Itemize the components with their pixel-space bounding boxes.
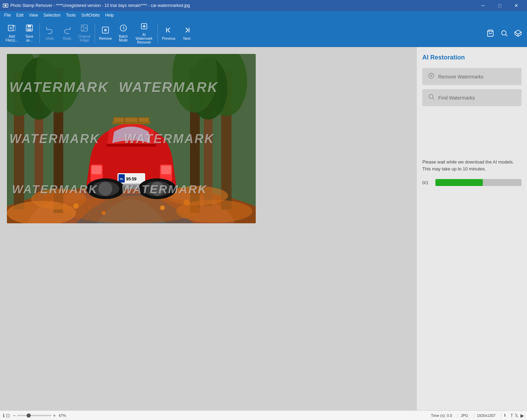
3d-info-button[interactable] <box>512 27 524 39</box>
svg-rect-46 <box>106 144 156 147</box>
save-icon <box>25 24 34 34</box>
menu-edit[interactable]: Edit <box>13 12 26 18</box>
next-icon <box>183 26 191 36</box>
status-info-icon[interactable]: ℹ <box>501 413 508 418</box>
zoom-out-button[interactable]: − <box>13 413 16 418</box>
twitter-icon[interactable]: 𝕏 <box>515 413 518 418</box>
maximize-button[interactable]: □ <box>492 0 508 11</box>
zoom-value: 47% <box>58 413 66 418</box>
format-label: JPG <box>458 413 471 418</box>
right-panel: AI Restoration Remove Watermarks Find Wa… <box>416 47 527 410</box>
close-button[interactable]: ✕ <box>508 0 524 11</box>
undo-icon <box>46 26 54 36</box>
crop-icon[interactable]: ⊡ <box>6 413 10 418</box>
svg-point-44 <box>160 205 165 210</box>
svg-point-42 <box>73 203 79 209</box>
zoom-in-button[interactable]: + <box>53 413 56 418</box>
find-watermarks-button[interactable]: Find Watermarks <box>422 89 521 106</box>
previous-icon <box>164 26 173 36</box>
ai-watermark-remover-button[interactable]: AIWatermarkRemover <box>132 21 156 45</box>
batch-mode-button[interactable]: BatchMode <box>115 21 132 45</box>
toolbar-right <box>484 27 524 39</box>
info-icon[interactable]: ℹ <box>3 413 4 418</box>
photo-area: 95·59 NL <box>7 54 256 223</box>
title-bar: Photo Stamp Remover - ****Unregistered v… <box>0 0 527 11</box>
title-bar-text: Photo Stamp Remover - ****Unregistered v… <box>10 3 475 8</box>
app-icon <box>3 3 8 8</box>
canvas-area[interactable]: 95·59 NL <box>0 47 416 410</box>
original-image-icon <box>80 24 88 34</box>
svg-point-70 <box>429 94 433 99</box>
redo-button[interactable]: Redo <box>58 21 76 45</box>
separator-1 <box>39 24 40 43</box>
svg-rect-52 <box>161 166 171 174</box>
minimize-button[interactable]: ─ <box>475 0 491 11</box>
original-image-label: OriginalImage <box>78 35 90 42</box>
svg-point-1 <box>4 4 7 7</box>
svg-point-63 <box>150 182 164 196</box>
ai-remover-label: AIWatermarkRemover <box>136 33 153 44</box>
batch-mode-label: BatchMode <box>119 35 128 42</box>
status-bar: ℹ ⊡ − + 47% Time (s): 0.0 JPG 1920x1307 … <box>0 410 527 420</box>
next-label: Next <box>183 37 190 40</box>
status-right: Time (s): 0.0 JPG 1920x1307 ℹ f 𝕏 ▶ <box>428 413 524 418</box>
svg-text:NL: NL <box>120 177 124 180</box>
undo-label: Undo <box>46 37 54 40</box>
menu-tools[interactable]: Tools <box>63 12 78 18</box>
facebook-icon[interactable]: f <box>511 413 512 418</box>
redo-label: Redo <box>63 37 71 40</box>
next-button[interactable]: Next <box>178 21 196 45</box>
progress-row: 0/1 <box>422 179 521 186</box>
original-image-button[interactable]: OriginalImage <box>76 21 93 45</box>
svg-rect-2 <box>8 25 13 31</box>
time-value: 0.0 <box>447 413 452 418</box>
remove-watermarks-button[interactable]: Remove Watermarks <box>422 68 521 85</box>
remove-icon <box>101 26 110 36</box>
svg-point-43 <box>102 211 106 215</box>
main-area: 95·59 NL <box>0 47 527 410</box>
youtube-icon[interactable]: ▶ <box>520 413 524 418</box>
progress-bar-container <box>435 179 521 186</box>
undo-button[interactable]: Undo <box>41 21 58 45</box>
add-files-icon <box>8 24 16 34</box>
separator-2 <box>95 24 95 43</box>
svg-rect-7 <box>28 25 31 27</box>
progress-bar-fill <box>435 179 483 186</box>
remove-wm-icon <box>428 72 435 81</box>
menu-view[interactable]: View <box>26 12 41 18</box>
menu-selection[interactable]: Selection <box>41 12 63 18</box>
find-watermarks-label: Find Watermarks <box>438 95 475 101</box>
toolbar: AddFile(s)... Saveas... Undo Redo Origin… <box>0 19 527 47</box>
progress-label: 0/1 <box>422 180 433 185</box>
menu-softorbits[interactable]: SoftOrbits <box>78 12 102 18</box>
menu-help[interactable]: Help <box>103 12 117 18</box>
save-as-label: Saveas... <box>26 35 34 42</box>
redo-icon <box>63 26 71 36</box>
car-image-svg: 95·59 NL <box>7 54 256 223</box>
window-controls: ─ □ ✕ <box>475 0 524 11</box>
wait-message: Please wait while we download the AI mod… <box>422 159 521 172</box>
svg-line-20 <box>506 35 507 36</box>
save-as-button[interactable]: Saveas... <box>21 21 38 45</box>
previous-button[interactable]: Previous <box>159 21 178 45</box>
svg-rect-8 <box>27 28 31 31</box>
svg-text:95·59: 95·59 <box>126 177 137 181</box>
svg-point-10 <box>83 26 84 27</box>
remove-watermarks-label: Remove Watermarks <box>438 74 483 80</box>
social-icons: f 𝕏 ▶ <box>511 413 524 418</box>
svg-point-45 <box>183 199 190 206</box>
add-files-button[interactable]: AddFile(s)... <box>3 21 21 45</box>
menu-bar: File Edit View Selection Tools SoftOrbit… <box>0 11 527 19</box>
zoom-slider[interactable] <box>17 415 51 416</box>
search-button[interactable] <box>498 27 510 39</box>
remove-button[interactable]: Remove <box>96 21 115 45</box>
svg-rect-66 <box>114 118 149 122</box>
cart-button[interactable] <box>484 27 497 39</box>
menu-file[interactable]: File <box>1 12 13 18</box>
find-wm-icon <box>428 93 435 102</box>
panel-title: AI Restoration <box>422 54 521 61</box>
svg-rect-50 <box>92 166 102 174</box>
remove-label: Remove <box>99 37 112 40</box>
time-label: Time (s): <box>431 413 446 418</box>
add-files-label: AddFile(s)... <box>6 35 18 42</box>
